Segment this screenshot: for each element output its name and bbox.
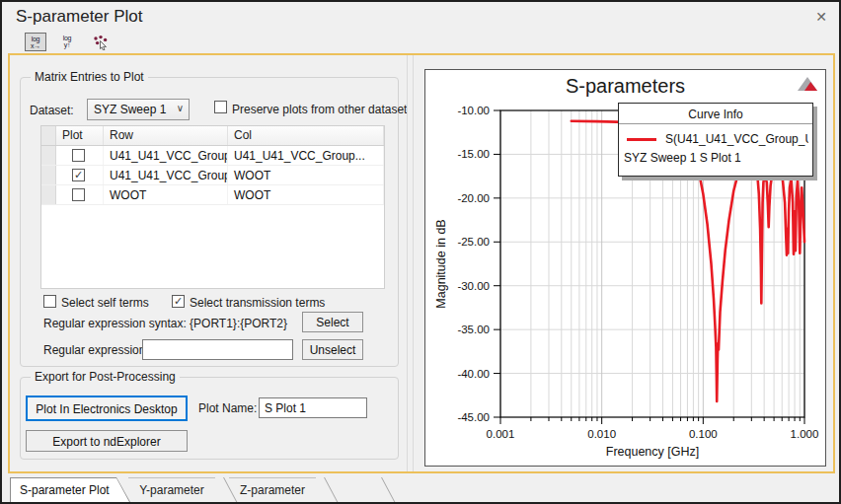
column-header-plot[interactable]: Plot bbox=[56, 126, 104, 145]
regex-label: Regular expression: bbox=[43, 343, 149, 357]
tab-s-parameter-plot-label: S-parameter Plot bbox=[11, 478, 129, 502]
column-header-col[interactable]: Col bbox=[228, 126, 384, 145]
row-gutter bbox=[41, 146, 56, 165]
table-row[interactable]: WOOT WOOT bbox=[41, 185, 384, 205]
tab-z-parameter-plot[interactable]: Z-parameter Plot bbox=[229, 477, 316, 502]
dataset-label: Dataset: bbox=[30, 104, 74, 117]
unselect-button[interactable]: Unselect bbox=[302, 339, 363, 360]
plot-cell bbox=[56, 185, 104, 204]
regex-input[interactable] bbox=[142, 339, 293, 360]
col-cell: WOOT bbox=[228, 185, 384, 204]
row-gutter bbox=[41, 185, 56, 204]
svg-text:1.000: 1.000 bbox=[791, 428, 819, 440]
col-cell: U41_U41_VCC_Group... bbox=[228, 146, 384, 165]
plot-in-electronics-desktop-button[interactable]: Plot In Electronics Desktop bbox=[26, 396, 188, 421]
row-plot-checkbox[interactable] bbox=[72, 149, 85, 162]
table-row[interactable]: ✓ U41_U41_VCC_Group... WOOT bbox=[41, 166, 384, 185]
tab-divider bbox=[324, 477, 338, 502]
matrix-table: Plot Row Col U41_U41_VCC_Group... U41_U4… bbox=[40, 125, 385, 289]
curve-info-legend[interactable]: Curve Info S(U41_U41_VCC_Group_U41... SY… bbox=[618, 103, 813, 177]
s-parameter-plot-dialog: S-parameter Plot ✕ log x→ log y↑ bbox=[0, 0, 841, 504]
select-self-terms-checkbox[interactable] bbox=[43, 295, 56, 308]
svg-text:-10.00: -10.00 bbox=[457, 105, 490, 116]
preserve-plots-label: Preserve plots from other datasets bbox=[232, 103, 413, 116]
tab-strip: S-parameter Plot Y-parameter Plot Z-para… bbox=[2, 475, 839, 502]
table-gutter bbox=[41, 126, 56, 145]
title-bar: S-parameter Plot ✕ bbox=[2, 2, 839, 32]
row-plot-checkbox[interactable]: ✓ bbox=[72, 169, 85, 181]
svg-text:0.001: 0.001 bbox=[487, 428, 515, 440]
legend-title: Curve Info bbox=[619, 104, 812, 124]
row-cell: WOOT bbox=[104, 185, 228, 204]
column-header-row[interactable]: Row bbox=[104, 126, 228, 145]
marker-trace-button[interactable] bbox=[90, 33, 112, 51]
toolbar: log x→ log y↑ bbox=[2, 32, 839, 53]
log-y-axis-button[interactable]: log y↑ bbox=[56, 33, 78, 51]
plot-name-label: Plot Name: bbox=[198, 401, 257, 415]
select-transmission-terms-checkbox[interactable]: ✓ bbox=[172, 295, 185, 308]
legend-entry-label: S(U41_U41_VCC_Group_U41... bbox=[665, 132, 808, 146]
dataset-dropdown[interactable]: SYZ Sweep 1 ∨ bbox=[87, 99, 190, 120]
scatter-marker-icon bbox=[92, 35, 110, 50]
row-gutter bbox=[41, 166, 56, 184]
svg-text:0.010: 0.010 bbox=[587, 428, 616, 440]
plot-cell bbox=[56, 146, 104, 165]
select-button[interactable]: Select bbox=[302, 312, 363, 332]
legend-entry: S(U41_U41_VCC_Group_U41... bbox=[619, 124, 812, 146]
export-group-title: Export for Post-Processing bbox=[31, 370, 180, 384]
svg-text:Frequency [GHz]: Frequency [GHz] bbox=[606, 445, 699, 459]
dialog-title: S-parameter Plot bbox=[16, 7, 143, 27]
svg-text:-15.00: -15.00 bbox=[457, 148, 490, 160]
row-plot-checkbox[interactable] bbox=[72, 188, 85, 201]
close-icon[interactable]: ✕ bbox=[815, 9, 827, 25]
col-cell: WOOT bbox=[228, 166, 384, 184]
tab-s-parameter-plot[interactable]: S-parameter Plot bbox=[10, 477, 130, 502]
regex-syntax-label: Regular expression syntax: {PORT1}:{PORT… bbox=[43, 317, 287, 330]
svg-text:Magnitude in dB: Magnitude in dB bbox=[434, 219, 448, 308]
svg-text:-20.00: -20.00 bbox=[457, 192, 490, 204]
legend-curve-swatch bbox=[627, 138, 656, 141]
chart-panel: S-parameters 0.0010.0100.1001.000-10.00-… bbox=[424, 69, 826, 467]
svg-text:0.100: 0.100 bbox=[689, 428, 718, 440]
legend-sweep-label: SYZ Sweep 1 S Plot 1 bbox=[619, 146, 812, 165]
row-cell: U41_U41_VCC_Group... bbox=[104, 166, 228, 184]
select-transmission-terms-label: Select transmission terms bbox=[190, 296, 325, 310]
log-x-icon: log x→ bbox=[26, 36, 45, 49]
chevron-down-icon: ∨ bbox=[177, 103, 184, 113]
log-y-icon: log y↑ bbox=[56, 35, 78, 48]
matrix-table-header: Plot Row Col bbox=[41, 126, 384, 146]
plot-name-input[interactable]: S Plot 1 bbox=[259, 397, 367, 418]
svg-text:-45.00: -45.00 bbox=[457, 411, 490, 423]
svg-text:-35.00: -35.00 bbox=[457, 324, 490, 335]
panel-splitter[interactable] bbox=[407, 55, 414, 471]
log-x-axis-button[interactable]: log x→ bbox=[25, 33, 46, 51]
svg-text:-40.00: -40.00 bbox=[457, 368, 490, 380]
tab-y-parameter-plot[interactable]: Y-parameter Plot bbox=[128, 477, 215, 502]
dataset-dropdown-value: SYZ Sweep 1 bbox=[94, 103, 166, 116]
dialog-content: Matrix Entries to Plot Dataset: SYZ Swee… bbox=[8, 53, 835, 473]
svg-text:-25.00: -25.00 bbox=[457, 236, 490, 248]
svg-text:-30.00: -30.00 bbox=[457, 280, 490, 292]
table-row[interactable]: U41_U41_VCC_Group... U41_U41_VCC_Group..… bbox=[41, 146, 384, 166]
tab-divider bbox=[381, 477, 395, 502]
row-cell: U41_U41_VCC_Group... bbox=[104, 146, 228, 165]
select-self-terms-label: Select self terms bbox=[61, 296, 149, 310]
matrix-entries-group-title: Matrix Entries to Plot bbox=[31, 70, 148, 84]
preserve-plots-checkbox[interactable] bbox=[214, 101, 227, 113]
plot-cell: ✓ bbox=[56, 166, 104, 184]
export-to-ndexplorer-button[interactable]: Export to ndExplorer bbox=[26, 430, 188, 452]
